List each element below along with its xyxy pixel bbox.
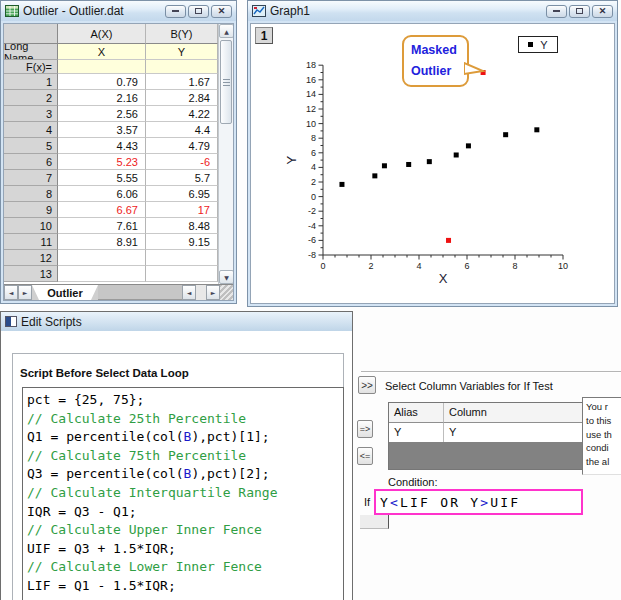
table-column-header[interactable]: Column [444, 403, 587, 423]
column-header-a[interactable]: A(X) [58, 24, 146, 44]
row-label[interactable]: 1 [4, 74, 58, 90]
svg-text:2: 2 [368, 261, 373, 271]
worksheet-cell[interactable]: 6.95 [146, 186, 218, 202]
close-button[interactable]: ✕ [211, 5, 232, 18]
maximize-button[interactable] [188, 5, 209, 18]
graph-window: Graph1 ✕ 0246810-8-6-4-2024681012141618X… [247, 0, 618, 307]
scroll-down-button[interactable]: ▼ [219, 270, 234, 284]
panel-header: Select Column Variables for If Test [385, 380, 553, 392]
worksheet-cell[interactable]: Y [146, 44, 218, 60]
worksheet-cell[interactable]: 3.57 [58, 122, 146, 138]
tab-scroll-left-button[interactable]: ◄ [4, 285, 18, 300]
resize-grip[interactable] [220, 285, 233, 300]
column-cell[interactable]: Y [444, 423, 587, 442]
panel-divider [361, 371, 621, 373]
legend[interactable]: Y [518, 36, 558, 53]
worksheet-cell[interactable]: 8.91 [58, 234, 146, 250]
worksheet-cell[interactable]: 2.56 [58, 106, 146, 122]
maximize-button[interactable] [569, 5, 590, 18]
row-label[interactable]: 10 [4, 218, 58, 234]
dialog-icon [5, 316, 17, 327]
corner-cell[interactable] [4, 24, 58, 44]
worksheet-cell[interactable]: 5.23 [58, 154, 146, 170]
origin-workspace: Outlier - Outlier.dat ✕ A(X)B(Y)Long Nam… [0, 0, 621, 600]
worksheet-cell[interactable] [146, 60, 218, 74]
row-label[interactable]: 6 [4, 154, 58, 170]
column-header-b[interactable]: B(Y) [146, 24, 218, 44]
row-label[interactable]: 3 [4, 106, 58, 122]
worksheet-cell[interactable]: 5.55 [58, 170, 146, 186]
edit-scripts-titlebar[interactable]: Edit Scripts [1, 312, 352, 331]
worksheet-cell[interactable]: 4.43 [58, 138, 146, 154]
worksheet-cell[interactable]: 8.48 [146, 218, 218, 234]
scroll-thumb[interactable] [220, 40, 232, 124]
worksheet-titlebar[interactable]: Outlier - Outlier.dat ✕ [1, 1, 236, 21]
hscroll-left-button[interactable]: ◄ [182, 285, 196, 300]
worksheet-cell[interactable]: 4.22 [146, 106, 218, 122]
worksheet-cell[interactable]: 1.67 [146, 74, 218, 90]
row-label[interactable]: 2 [4, 90, 58, 106]
worksheet-cell[interactable]: X [58, 44, 146, 60]
if-label: If [364, 496, 370, 508]
hscroll-track[interactable] [196, 285, 206, 300]
scroll-up-button[interactable]: ▲ [219, 24, 234, 38]
table-column-header[interactable]: Alias [389, 403, 444, 423]
row-label[interactable]: 4 [4, 122, 58, 138]
close-icon: ✕ [599, 7, 607, 16]
svg-text:6: 6 [311, 148, 316, 158]
svg-text:8: 8 [512, 261, 517, 271]
condition-input[interactable]: Y < LIF OR Y > UIF [374, 489, 583, 515]
row-label[interactable]: F(x)= [4, 60, 58, 74]
worksheet-cell[interactable] [146, 266, 218, 282]
worksheet-cell[interactable]: 6.67 [58, 202, 146, 218]
row-label[interactable]: 5 [4, 138, 58, 154]
worksheet-cell[interactable] [146, 250, 218, 266]
assign-column-button[interactable]: => [357, 420, 373, 438]
worksheet-cell[interactable] [58, 266, 146, 282]
worksheet-cell[interactable]: 2.84 [146, 90, 218, 106]
alias-cell[interactable]: Y [389, 423, 444, 442]
graph-titlebar[interactable]: Graph1 ✕ [248, 1, 617, 21]
code-line: IQR = Q3 - Q1; [27, 503, 339, 522]
svg-text:-8: -8 [308, 250, 316, 260]
row-label[interactable]: 7 [4, 170, 58, 186]
worksheet-cell[interactable]: 6.06 [58, 186, 146, 202]
row-label[interactable]: 13 [4, 266, 58, 282]
row-label[interactable]: 11 [4, 234, 58, 250]
close-button[interactable]: ✕ [592, 5, 613, 18]
remove-column-button[interactable]: <= [357, 447, 373, 465]
worksheet-cell[interactable]: 9.15 [146, 234, 218, 250]
layer-1-button[interactable]: 1 [255, 27, 273, 44]
worksheet-cell[interactable]: 17 [146, 202, 218, 218]
worksheet-cell[interactable] [58, 250, 146, 266]
row-label[interactable]: 8 [4, 186, 58, 202]
svg-text:-6: -6 [308, 235, 316, 245]
worksheet-cell[interactable]: 7.61 [58, 218, 146, 234]
masked-outlier-callout[interactable]: Masked Outlier [402, 35, 469, 87]
minimize-button[interactable] [546, 5, 567, 18]
graph-title: Graph1 [270, 4, 542, 18]
code-line: // Calculate Interquartile Range [27, 484, 339, 503]
svg-text:-2: -2 [308, 206, 316, 216]
worksheet-cell[interactable]: -6 [146, 154, 218, 170]
sheet-tab-outlier[interactable]: Outlier [32, 285, 98, 300]
row-label[interactable]: 9 [4, 202, 58, 218]
row-label[interactable]: Long Name [4, 44, 58, 60]
table-row[interactable]: YY [389, 423, 587, 442]
tab-scroll-right-button[interactable]: ► [18, 285, 32, 300]
worksheet-cell[interactable] [58, 60, 146, 74]
callout-tail-icon [464, 61, 486, 77]
worksheet-vscrollbar[interactable]: ▲ ▼ [218, 24, 233, 284]
row-label[interactable]: 12 [4, 250, 58, 266]
worksheet-cell[interactable]: 4.79 [146, 138, 218, 154]
callout-line1: Masked [411, 40, 467, 61]
worksheet-cell[interactable]: 4.4 [146, 122, 218, 138]
svg-text:12: 12 [306, 104, 316, 114]
minimize-button[interactable] [165, 5, 186, 18]
expand-button[interactable]: >> [358, 376, 376, 394]
worksheet-cell[interactable]: 5.7 [146, 170, 218, 186]
script-editor[interactable]: pct = {25, 75};// Calculate 25th Percent… [22, 387, 344, 600]
hscroll-right-button[interactable]: ► [206, 285, 220, 300]
worksheet-cell[interactable]: 2.16 [58, 90, 146, 106]
worksheet-cell[interactable]: 0.79 [58, 74, 146, 90]
